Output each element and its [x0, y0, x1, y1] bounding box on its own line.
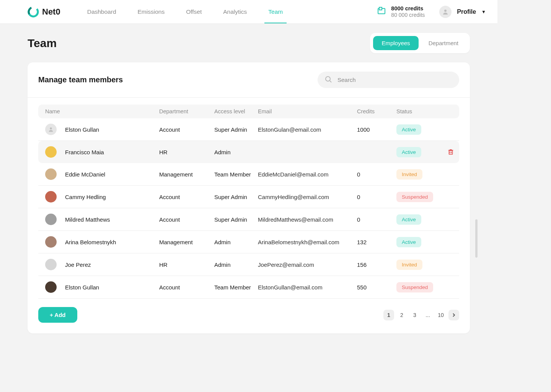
member-email: ElstonGulan@email.com — [258, 126, 357, 133]
card-title: Manage team members — [38, 75, 318, 84]
table-row[interactable]: Joe PerezHRAdminJoePerez@email.com156Inv… — [38, 253, 459, 276]
member-access: Admin — [214, 239, 258, 245]
table-row[interactable]: Arina BelomestnykhManagementAdminArinaBe… — [38, 231, 459, 253]
table-row[interactable]: Cammy HedlingAccountSuper AdminCammyHedl… — [38, 186, 459, 208]
col-access: Access level — [214, 108, 258, 114]
member-email: EddieMcDaniel@email.com — [258, 171, 357, 178]
member-credits: 132 — [357, 239, 396, 245]
member-access: Super Admin — [214, 194, 258, 200]
col-status: Status — [396, 108, 442, 114]
member-name: Mildred Matthews — [65, 216, 110, 223]
member-department: Management — [159, 239, 214, 245]
logo-icon — [28, 6, 39, 18]
credits-icon — [377, 7, 386, 16]
avatar — [45, 191, 57, 203]
member-name: Elston Gullan — [65, 126, 99, 133]
member-department: HR — [159, 261, 214, 268]
page-next[interactable] — [448, 310, 459, 320]
member-name: Cammy Hedling — [65, 194, 106, 200]
member-access: Super Admin — [214, 216, 258, 223]
nav-item-offset[interactable]: Offset — [186, 0, 202, 23]
table-row[interactable]: Elston GullanAccountSuper AdminElstonGul… — [38, 118, 459, 141]
page-3[interactable]: 3 — [409, 310, 420, 320]
status-badge: Invited — [396, 169, 422, 180]
credits-sub: 80 000 credits — [391, 12, 425, 19]
member-department: Account — [159, 216, 214, 223]
member-department: Account — [159, 126, 214, 133]
logo[interactable]: Net0 — [28, 6, 60, 18]
member-access: Admin — [214, 149, 258, 155]
profile-label: Profile — [457, 8, 476, 15]
member-email: ElstonGullan@email.com — [258, 284, 357, 291]
tab-employees[interactable]: Employees — [373, 36, 418, 50]
member-name: Joe Perez — [65, 261, 91, 268]
nav: DashboardEmissionsOffsetAnalyticsTeam — [87, 0, 283, 23]
search-box[interactable] — [318, 72, 459, 88]
member-credits: 0 — [357, 171, 396, 178]
scrollbar[interactable] — [475, 219, 478, 258]
member-access: Super Admin — [214, 126, 258, 133]
avatar-placeholder-icon — [45, 124, 57, 135]
avatar-placeholder-icon — [439, 6, 452, 18]
avatar — [45, 146, 57, 158]
member-email: MildredMatthews@email.com — [258, 216, 357, 223]
member-access: Team Member — [214, 284, 258, 291]
table-row[interactable]: Francisco MaiaHRAdminActive — [38, 141, 459, 163]
page-title: Team — [28, 37, 370, 50]
status-badge: Active — [396, 124, 421, 135]
member-email: CammyHedling@email.com — [258, 194, 357, 200]
svg-rect-3 — [379, 7, 382, 10]
member-name: Eddie McDaniel — [65, 171, 105, 178]
col-name: Name — [38, 108, 159, 114]
avatar — [45, 236, 57, 248]
table-row[interactable]: Eddie McDanielManagementTeam MemberEddie… — [38, 163, 459, 186]
pagination: 123...10 — [383, 310, 459, 320]
logo-text: Net0 — [42, 7, 60, 17]
table-row[interactable]: Elston GullanAccountTeam MemberElstonGul… — [38, 276, 459, 299]
nav-item-dashboard[interactable]: Dashboard — [87, 0, 116, 23]
member-name: Francisco Maia — [65, 149, 104, 155]
avatar — [45, 281, 57, 293]
svg-line-6 — [330, 81, 331, 82]
avatar — [45, 259, 57, 270]
member-credits: 0 — [357, 194, 396, 200]
table-row[interactable]: Mildred MatthewsAccountSuper AdminMildre… — [38, 208, 459, 231]
team-card: Manage team members Name Department Acce… — [28, 62, 470, 333]
profile-menu[interactable]: Profile ▼ — [439, 6, 486, 18]
col-credits: Credits — [357, 108, 396, 114]
tab-department[interactable]: Department — [420, 36, 467, 50]
avatar — [45, 168, 57, 180]
member-credits: 1000 — [357, 126, 396, 133]
status-badge: Active — [396, 147, 421, 157]
member-department: Management — [159, 171, 214, 178]
member-credits: 0 — [357, 216, 396, 223]
credits-main: 8000 credits — [391, 5, 425, 12]
col-department: Department — [159, 108, 214, 114]
avatar — [45, 214, 57, 225]
page-10[interactable]: 10 — [435, 310, 446, 320]
svg-point-7 — [50, 127, 52, 129]
nav-item-emissions[interactable]: Emissions — [138, 0, 165, 23]
nav-item-team[interactable]: Team — [268, 0, 283, 23]
search-input[interactable] — [337, 76, 452, 83]
member-name: Elston Gullan — [65, 284, 99, 291]
member-credits: 156 — [357, 261, 396, 268]
member-name: Arina Belomestnykh — [65, 239, 116, 245]
member-access: Team Member — [214, 171, 258, 178]
member-department: HR — [159, 149, 214, 155]
member-department: Account — [159, 194, 214, 200]
add-button[interactable]: + Add — [38, 307, 77, 323]
member-credits: 550 — [357, 284, 396, 291]
page-ellipsis: ... — [422, 310, 433, 320]
col-email: Email — [258, 108, 357, 114]
header: Net0 DashboardEmissionsOffsetAnalyticsTe… — [0, 0, 497, 24]
delete-button[interactable] — [442, 149, 459, 155]
svg-rect-8 — [449, 150, 453, 154]
page-1[interactable]: 1 — [383, 310, 394, 320]
member-department: Account — [159, 284, 214, 291]
status-badge: Active — [396, 237, 421, 247]
page-2[interactable]: 2 — [396, 310, 407, 320]
nav-item-analytics[interactable]: Analytics — [223, 0, 247, 23]
status-badge: Active — [396, 214, 421, 225]
credits-box: 8000 credits 80 000 credits — [377, 5, 425, 19]
